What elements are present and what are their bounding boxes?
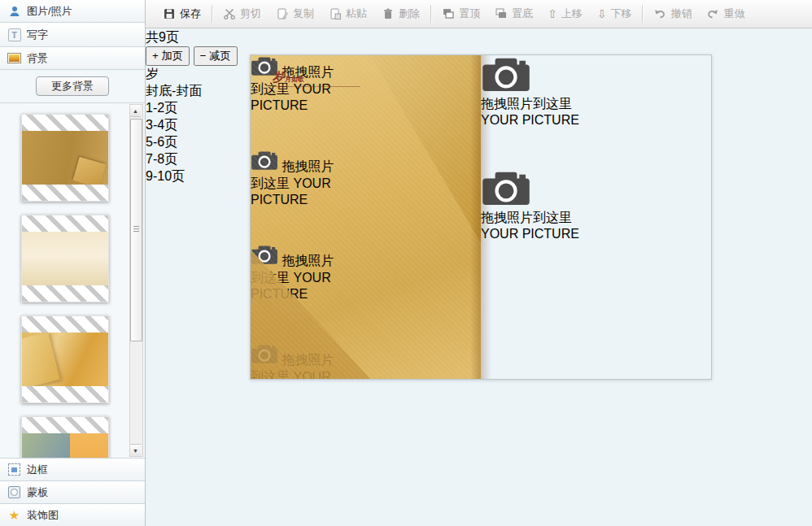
sidebar-item-decoration[interactable]: ★ 装饰图 xyxy=(0,503,145,526)
paste-icon xyxy=(329,7,342,20)
background-thumbnail[interactable] xyxy=(21,315,109,403)
scissors-icon xyxy=(223,7,236,20)
tile-stripes-decor xyxy=(22,417,108,433)
background-image-icon xyxy=(7,52,21,65)
decor: 岁 xyxy=(146,67,159,80)
photo-placeholder-large[interactable]: 拖拽照片到这里 YOUR PICTURE xyxy=(481,55,609,169)
page-title: 岁月如歌 xyxy=(273,70,304,85)
album-page-right: 拖拽照片到这里 YOUR PICTURE 拖拽照片到这里 YOUR PICTUR… xyxy=(481,55,711,379)
drop-hint-text: 拖拽照片到这里 xyxy=(481,211,572,224)
workspace: 岁月如歌 拖拽照片到这里 YOUR PICTURE 拖拽照片到这里 YOUR P… xyxy=(146,29,812,526)
title-underline xyxy=(273,86,360,87)
background-thumbnail[interactable] xyxy=(21,215,109,302)
page-icon: − xyxy=(200,50,207,62)
plus-icon: + xyxy=(152,50,159,62)
drop-hint-text: 拖拽照片到这里 xyxy=(481,97,572,111)
tile-stripes-decor xyxy=(22,386,108,402)
tile-stripes-decor xyxy=(22,285,108,302)
cut-button[interactable]: 剪切 xyxy=(216,2,268,25)
paste-button[interactable]: 粘贴 xyxy=(321,2,374,25)
toolbar-separator xyxy=(212,5,212,23)
bring-to-front-button[interactable]: 置顶 xyxy=(434,2,487,25)
sidebar-item-border[interactable]: 边框 xyxy=(0,458,145,480)
background-thumbnail[interactable] xyxy=(21,114,109,202)
sidebar-item-label: 背景 xyxy=(27,51,48,66)
minus-icon: − xyxy=(200,50,207,62)
scroll-up-button[interactable]: ▲ xyxy=(130,105,141,117)
main-toolbar: 保存 剪切 复制 粘贴 删除 xyxy=(146,0,812,28)
scrollbar-grip xyxy=(133,226,139,233)
page-seam-shadow xyxy=(470,55,491,379)
more-backgrounds-row: 更多背景 xyxy=(0,70,145,103)
decor xyxy=(22,333,60,386)
redo-icon xyxy=(706,7,719,20)
album-page-left: 岁月如歌 拖拽照片到这里 YOUR PICTURE 拖拽照片到这里 YOUR P… xyxy=(251,55,481,379)
tile-stripes-decor xyxy=(22,316,108,333)
sidebar-item-label: 蒙板 xyxy=(27,485,48,500)
send-to-back-button[interactable]: 置底 xyxy=(487,2,540,25)
person-icon xyxy=(7,5,21,18)
bring-front-icon xyxy=(442,7,455,20)
frame-icon xyxy=(7,463,21,476)
sidebar-item-label: 装饰图 xyxy=(27,508,59,523)
scrollbar-thumb[interactable] xyxy=(130,119,142,341)
remove-page-button[interactable]: − 减页 xyxy=(194,46,238,66)
decor xyxy=(70,433,108,458)
thumbnail-art xyxy=(22,232,108,285)
drop-hint-subtext: YOUR PICTURE xyxy=(481,227,579,241)
undo-button[interactable]: 撤销 xyxy=(646,2,699,25)
sidebar-scrollbar[interactable]: ▲ ▼ xyxy=(129,104,143,457)
background-thumbnail[interactable] xyxy=(21,416,109,458)
thumbnail-art xyxy=(22,131,108,185)
background-thumbnail-list: ▲ ▼ xyxy=(0,103,145,458)
down-arrow-icon: ⇩ xyxy=(597,8,607,20)
trash-icon xyxy=(382,7,395,20)
tile-stripes-decor xyxy=(22,215,108,232)
more-backgrounds-button[interactable]: 更多背景 xyxy=(36,76,109,96)
copy-icon xyxy=(276,7,289,20)
undo-icon xyxy=(653,7,666,20)
sidebar-bottom-sections: 边框 蒙板 ★ 装饰图 xyxy=(0,458,145,526)
thumbnail-art xyxy=(22,433,108,458)
sidebar-item-photos[interactable]: 图片/照片 xyxy=(0,0,145,23)
toolbar-separator xyxy=(642,5,643,23)
move-up-button[interactable]: ⇧ 上移 xyxy=(540,2,590,25)
tile-stripes-decor xyxy=(22,115,108,131)
sidebar: 图片/照片 T 写字 背景 更多背景 xyxy=(0,0,146,526)
thumbnail-art xyxy=(22,333,108,386)
decor xyxy=(73,157,107,185)
text-tool-icon: T xyxy=(7,28,21,41)
tile-stripes-decor xyxy=(22,185,108,201)
sidebar-item-label: 边框 xyxy=(27,463,48,477)
sidebar-item-label: 写字 xyxy=(27,28,48,42)
delete-button[interactable]: 删除 xyxy=(374,2,427,25)
toolbar-separator xyxy=(430,5,431,23)
save-icon xyxy=(163,7,176,20)
star-icon: ★ xyxy=(7,509,21,522)
add-page-button[interactable]: + 加页 xyxy=(146,46,190,66)
move-down-button[interactable]: ⇩ 下移 xyxy=(590,2,640,25)
sidebar-item-text[interactable]: T 写字 xyxy=(0,23,145,47)
app-window: 图片/照片 T 写字 背景 更多背景 xyxy=(0,0,812,526)
send-back-icon xyxy=(495,7,508,20)
mask-icon xyxy=(7,486,21,499)
scroll-down-icon: ▼ xyxy=(133,448,138,454)
save-button[interactable]: 保存 xyxy=(155,2,208,25)
sidebar-item-background[interactable]: 背景 xyxy=(0,47,145,70)
up-arrow-icon: ⇧ xyxy=(548,8,557,20)
photo-placeholder-large[interactable]: 拖拽照片到这里 YOUR PICTURE xyxy=(481,169,608,281)
scroll-down-button[interactable]: ▼ xyxy=(130,444,141,456)
texture-decor xyxy=(251,55,481,379)
drop-hint-subtext: YOUR PICTURE xyxy=(481,113,579,127)
scroll-up-icon: ▲ xyxy=(133,108,138,114)
sidebar-item-mask[interactable]: 蒙板 xyxy=(0,480,145,503)
album-canvas[interactable]: 岁月如歌 拖拽照片到这里 YOUR PICTURE 拖拽照片到这里 YOUR P… xyxy=(250,54,712,380)
copy-button[interactable]: 复制 xyxy=(268,2,321,25)
page-icon: + xyxy=(152,50,159,62)
page-count-label: 共9页 xyxy=(146,29,812,46)
sidebar-item-label: 图片/照片 xyxy=(27,4,72,19)
redo-button[interactable]: 重做 xyxy=(699,2,752,25)
